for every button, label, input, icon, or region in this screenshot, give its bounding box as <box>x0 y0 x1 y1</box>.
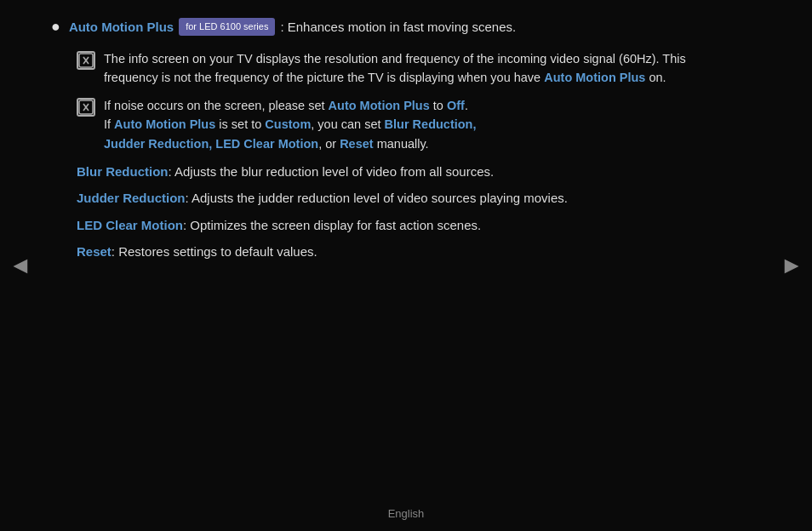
note-icon-2 <box>77 98 95 117</box>
series-badge: for LED 6100 series <box>179 18 275 36</box>
note1-auto-motion-highlight: Auto Motion Plus <box>544 71 645 84</box>
judder-reduction-label: Judder Reduction <box>77 191 186 205</box>
reset-text: : Restores settings to default values. <box>112 244 317 259</box>
led-clear-motion-text: : Optimizes the screen display for fast … <box>183 218 481 232</box>
note-block-2: If noise occurs on the screen, please se… <box>77 96 698 153</box>
auto-motion-plus-title: Auto Motion Plus <box>69 17 174 37</box>
reset-label: Reset <box>77 244 112 259</box>
nav-left-arrow[interactable]: ◄ <box>9 247 32 283</box>
note2-reset-highlight: Reset <box>340 137 374 151</box>
judder-reduction-text: : Adjusts the judder reduction level of … <box>186 191 568 205</box>
note2-judder-led-highlight: Judder Reduction, LED Clear Motion <box>104 137 318 151</box>
section-blur-reduction: Blur Reduction: Adjusts the blur reducti… <box>77 162 698 181</box>
top-item: ● Auto Motion Plus for LED 6100 series :… <box>51 15 698 39</box>
blur-reduction-text: : Adjusts the blur reduction level of vi… <box>169 164 495 179</box>
led-clear-motion-label: LED Clear Motion <box>77 218 183 232</box>
blur-reduction-label: Blur Reduction <box>77 164 169 179</box>
note-text-1: The info screen on your TV displays the … <box>104 49 698 88</box>
footer-language: English <box>388 507 425 520</box>
note-icon-1 <box>77 51 95 70</box>
note2-amp-highlight2: Auto Motion Plus <box>114 117 215 131</box>
section-reset: Reset: Restores settings to default valu… <box>77 242 698 261</box>
footer: English <box>0 505 812 522</box>
main-content: ● Auto Motion Plus for LED 6100 series :… <box>0 0 766 283</box>
header-description: : Enhances motion in fast moving scenes. <box>280 17 516 37</box>
note2-off-highlight: Off <box>447 99 465 112</box>
note2-blur-highlight: Blur Reduction, <box>385 117 477 131</box>
note2-amp-highlight1: Auto Motion Plus <box>329 99 430 112</box>
nav-right-arrow[interactable]: ► <box>780 247 803 283</box>
note-text-2: If noise occurs on the screen, please se… <box>104 96 477 153</box>
bullet-point: ● <box>51 15 60 39</box>
section-led-clear-motion: LED Clear Motion: Optimizes the screen d… <box>77 215 698 235</box>
note-block-1: The info screen on your TV displays the … <box>77 49 698 88</box>
section-judder-reduction: Judder Reduction: Adjusts the judder red… <box>77 188 698 208</box>
note2-custom-highlight: Custom <box>265 117 311 131</box>
